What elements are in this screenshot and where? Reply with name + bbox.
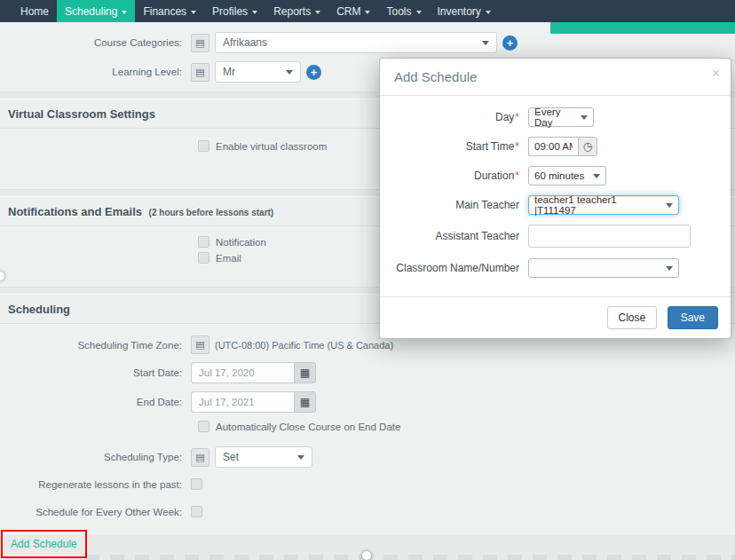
- learning-level-list-button[interactable]: ▤: [191, 63, 209, 82]
- day-row: Day* Every Day: [393, 107, 717, 127]
- regenerate-checkbox[interactable]: [191, 478, 202, 490]
- day-label: Day*: [393, 111, 528, 123]
- day-value: Every Day: [534, 106, 573, 128]
- email-label: Email: [216, 253, 241, 264]
- nav-item-crm[interactable]: CRM: [328, 0, 378, 22]
- main-teacher-label: Main Teacher: [393, 199, 528, 211]
- modal-footer: Close Save: [380, 296, 731, 338]
- regenerate-label: Regenerate lessons in the past:: [0, 479, 191, 490]
- notification-checkbox[interactable]: [198, 236, 209, 248]
- list-icon: ▤: [195, 67, 204, 78]
- list-icon: ▤: [195, 37, 204, 49]
- plus-icon: +: [311, 66, 318, 79]
- modal-save-button[interactable]: Save: [668, 306, 718, 329]
- every-other-week-checkbox[interactable]: [191, 506, 202, 517]
- main-teacher-select[interactable]: teacher1 teacher1 |T111497: [528, 195, 679, 215]
- nav-item-reports[interactable]: Reports: [265, 0, 328, 22]
- nav-item-scheduling[interactable]: Scheduling: [57, 0, 135, 22]
- duration-select[interactable]: 60 minutes: [528, 166, 606, 185]
- clock-icon: ◷: [583, 140, 592, 153]
- scheduling-type-select[interactable]: Set: [215, 446, 312, 468]
- chevron-down-icon: [252, 11, 257, 14]
- chevron-down-icon: [486, 11, 491, 14]
- course-categories-value: Afrikaans: [223, 36, 267, 49]
- nav-item-tools[interactable]: Tools: [378, 0, 429, 22]
- modal-close-button[interactable]: Close: [607, 306, 658, 329]
- auto-close-label: Automatically Close Course on End Date: [216, 422, 400, 432]
- start-date-calendar-button[interactable]: ▦: [294, 362, 316, 383]
- duration-label-text: Duration: [474, 170, 514, 182]
- scheduling-type-value: Set: [223, 451, 239, 463]
- end-date-input[interactable]: [191, 391, 294, 413]
- assistant-teacher-input[interactable]: [528, 225, 691, 248]
- email-checkbox[interactable]: [198, 252, 209, 264]
- auto-close-row: Automatically Close Course on End Date: [198, 421, 735, 432]
- start-time-label: Start Time*: [393, 140, 528, 153]
- chevron-down-icon: [315, 11, 320, 14]
- classroom-select[interactable]: [528, 258, 679, 278]
- classroom-label: Classroom Name/Number: [393, 262, 528, 274]
- scheduling-type-row: Scheduling Type: ▤ Set: [0, 446, 735, 468]
- caret-down-icon: [297, 455, 304, 460]
- assistant-teacher-label: Assistant Teacher: [393, 230, 528, 242]
- plus-icon: +: [507, 36, 514, 50]
- nav-item-label: Tools: [386, 5, 411, 18]
- chevron-down-icon: [122, 11, 127, 14]
- start-time-clock-button[interactable]: ◷: [578, 137, 597, 156]
- required-marker: *: [515, 170, 519, 182]
- screen: Home Scheduling Finances Profiles Report…: [0, 0, 735, 560]
- bottom-cutoff-content: [85, 555, 735, 560]
- day-select[interactable]: Every Day: [528, 107, 594, 127]
- end-date-row: End Date: ▦: [0, 391, 735, 413]
- nav-item-finances[interactable]: Finances: [135, 0, 204, 22]
- main-teacher-value: teacher1 teacher1 |T111497: [534, 194, 659, 216]
- side-panel-header: [550, 22, 735, 34]
- list-icon: ▤: [195, 339, 204, 351]
- learning-level-select[interactable]: Mr: [215, 61, 301, 83]
- timezone-list-button[interactable]: ▤: [191, 335, 209, 354]
- top-nav: Home Scheduling Finances Profiles Report…: [0, 0, 735, 22]
- add-course-category-button[interactable]: +: [502, 35, 518, 51]
- course-categories-select[interactable]: Afrikaans: [215, 32, 497, 53]
- chevron-down-icon: [416, 11, 422, 14]
- caret-down-icon: [666, 203, 673, 208]
- scheduling-type-label: Scheduling Type:: [0, 452, 191, 462]
- caret-down-icon: [286, 70, 293, 75]
- notifications-section-title: Notifications and Emails: [8, 205, 142, 218]
- end-date-calendar-button[interactable]: ▦: [294, 391, 316, 413]
- classroom-row: Classroom Name/Number: [393, 258, 717, 278]
- start-date-label: Start Date:: [0, 367, 191, 378]
- caret-down-icon: [482, 41, 489, 45]
- duration-row: Duration* 60 minutes: [393, 166, 717, 185]
- nav-item-inventory[interactable]: Inventory: [430, 0, 499, 22]
- calendar-icon: ▦: [300, 367, 310, 379]
- annotation-highlight-rect: Add Schedule: [1, 530, 87, 558]
- day-label-text: Day: [495, 111, 514, 123]
- scheduling-type-list-button[interactable]: ▤: [191, 448, 209, 467]
- nav-item-home[interactable]: Home: [12, 0, 57, 22]
- nav-item-label: Profiles: [212, 5, 248, 18]
- chevron-down-icon: [365, 11, 370, 14]
- caret-down-icon: [581, 115, 588, 120]
- course-categories-list-button[interactable]: ▤: [191, 34, 209, 52]
- add-schedule-button[interactable]: Add Schedule: [4, 532, 84, 556]
- add-learning-level-button[interactable]: +: [306, 65, 321, 80]
- timezone-label: Scheduling Time Zone:: [0, 340, 191, 351]
- enable-virtual-classroom-checkbox[interactable]: [198, 140, 209, 152]
- start-date-input[interactable]: [191, 362, 294, 383]
- notification-label: Notification: [216, 237, 266, 248]
- start-time-input[interactable]: [528, 137, 578, 156]
- start-time-row: Start Time* ◷: [393, 137, 717, 156]
- calendar-icon: ▦: [300, 396, 310, 408]
- nav-item-profiles[interactable]: Profiles: [204, 0, 265, 22]
- caret-down-icon: [593, 174, 600, 178]
- end-date-label: End Date:: [0, 397, 191, 407]
- nav-item-label: Reports: [273, 5, 311, 18]
- auto-close-checkbox[interactable]: [198, 421, 209, 432]
- caret-down-icon: [666, 266, 673, 271]
- add-schedule-modal: Add Schedule × Day* Every Day Start Time…: [379, 58, 731, 339]
- nav-item-label: Finances: [143, 5, 186, 18]
- main-teacher-row: Main Teacher teacher1 teacher1 |T111497: [393, 195, 717, 215]
- modal-body: Day* Every Day Start Time* ◷ Duration*: [380, 96, 731, 296]
- close-icon[interactable]: ×: [712, 67, 720, 81]
